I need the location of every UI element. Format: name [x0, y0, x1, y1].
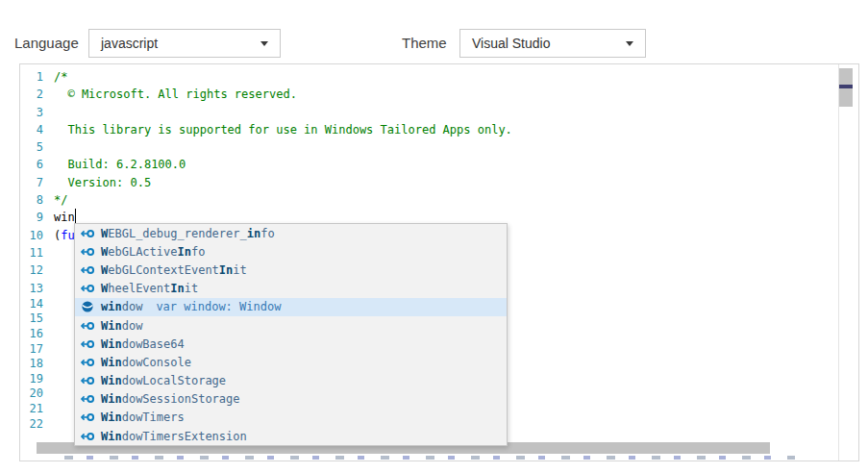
line-number: 16	[20, 327, 43, 342]
code-token: */	[54, 193, 67, 207]
vertical-scrollbar-thumb[interactable]	[839, 68, 853, 107]
line-number: 7	[20, 174, 43, 191]
line-number: 8	[20, 191, 43, 209]
code-line[interactable]: /*	[54, 68, 837, 86]
line-number: 6	[20, 156, 43, 173]
code-token: Build: 6.2.8100.0	[54, 158, 186, 171]
line-number: 18	[20, 357, 43, 372]
suggestion-item[interactable]: WindowConsole	[75, 353, 507, 371]
code-token: fu	[61, 229, 74, 242]
suggestion-label: WindowTimers	[101, 411, 185, 424]
line-number: 13	[20, 280, 43, 297]
suggestion-item[interactable]: WindowTimersExtension	[75, 427, 507, 445]
line-number: 10	[20, 227, 43, 244]
suggestion-label: WindowSessionStorage	[101, 392, 240, 406]
suggestion-item[interactable]: WindowTimers	[75, 409, 507, 427]
suggestion-item[interactable]: WindowSessionStorage	[75, 390, 507, 409]
suggestion-label: WindowBase64	[101, 337, 185, 351]
language-select-value: javascript	[101, 36, 158, 51]
theme-select[interactable]: Visual Studio	[459, 29, 646, 58]
suggestion-item[interactable]: WEBGL_debug_renderer_info	[75, 224, 507, 242]
interface-icon	[80, 226, 95, 241]
line-number: 2	[20, 86, 43, 103]
interface-icon	[80, 281, 95, 296]
suggestion-label: window	[101, 300, 142, 313]
interface-icon	[80, 336, 95, 352]
code-token: win	[54, 211, 75, 224]
chevron-down-icon	[260, 41, 268, 46]
interface-icon	[80, 429, 95, 444]
suggestion-label: WindowTimersExtension	[101, 430, 247, 443]
autocomplete-popup[interactable]: WEBGL_debug_renderer_infoWebGLActiveInfo…	[74, 223, 508, 446]
overview-ruler-cursor-marker	[839, 85, 853, 88]
suggestion-item[interactable]: windowvar window: Window	[75, 298, 507, 316]
line-number: 19	[20, 372, 43, 387]
code-line[interactable]: Build: 6.2.8100.0	[54, 156, 837, 173]
line-number: 22	[20, 417, 43, 433]
code-token: This library is supported for use in Win…	[54, 123, 512, 137]
interface-icon	[80, 373, 95, 388]
line-number: 5	[20, 138, 43, 156]
line-number: 9	[20, 209, 43, 226]
suggestion-detail: var window: Window	[156, 300, 281, 313]
code-line[interactable]: This library is supported for use in Win…	[54, 121, 837, 138]
code-token: Version: 0.5	[54, 176, 151, 189]
line-number: 11	[20, 244, 43, 261]
vertical-scrollbar[interactable]	[838, 64, 858, 461]
suggestion-item[interactable]: WindowBase64	[75, 335, 507, 353]
variable-icon	[80, 299, 95, 314]
text-cursor	[75, 209, 77, 224]
line-number: 4	[20, 121, 43, 138]
suggestion-label: WebGLContextEventInit	[101, 263, 247, 277]
line-number: 15	[20, 311, 43, 327]
suggestion-item[interactable]: WebGLContextEventInit	[75, 261, 507, 279]
code-line[interactable]	[54, 104, 837, 121]
interface-icon	[80, 391, 95, 407]
code-line[interactable]	[54, 138, 837, 156]
line-number-gutter: 12345678910111213141516171819202122	[20, 68, 43, 432]
suggestion-label: WheelEventInit	[101, 282, 198, 295]
interface-icon	[80, 262, 95, 278]
line-number: 14	[20, 297, 43, 312]
line-number: 17	[20, 342, 43, 358]
language-label: Language	[14, 29, 79, 58]
interface-icon	[80, 410, 95, 425]
theme-label: Theme	[402, 29, 447, 58]
code-line[interactable]: Version: 0.5	[54, 174, 837, 191]
suggestion-label: WindowConsole	[101, 356, 191, 369]
code-token: /*	[54, 70, 67, 84]
suggestion-item[interactable]: WindowLocalStorage	[75, 372, 507, 390]
suggestion-label: WEBGL_debug_renderer_info	[101, 227, 275, 240]
language-select[interactable]: javascript	[88, 29, 281, 58]
suggestion-label: WebGLActiveInfo	[101, 245, 205, 259]
interface-icon	[80, 244, 95, 260]
chevron-down-icon	[626, 41, 633, 46]
code-editor[interactable]: 12345678910111213141516171819202122 /* ©…	[19, 63, 859, 461]
suggestion-item[interactable]: WebGLActiveInfo	[75, 242, 507, 261]
code-token: © Microsoft. All rights reserved.	[54, 87, 297, 101]
theme-select-value: Visual Studio	[472, 36, 550, 51]
monaco-playground-page: Language javascript Theme Visual Studio …	[0, 0, 868, 473]
line-number: 20	[20, 386, 43, 402]
suggestion-item[interactable]: WheelEventInit	[75, 280, 507, 298]
suggestion-item[interactable]: Window	[75, 316, 507, 335]
code-line[interactable]: */	[54, 191, 837, 209]
interface-icon	[80, 318, 95, 334]
code-line[interactable]: © Microsoft. All rights reserved.	[54, 86, 837, 103]
line-number: 1	[20, 68, 43, 86]
partially-visible-code-line	[64, 456, 795, 460]
line-number: 12	[20, 261, 43, 279]
code-content[interactable]: /* © Microsoft. All rights reserved. Thi…	[54, 68, 837, 244]
line-number: 21	[20, 402, 43, 417]
interface-icon	[80, 355, 95, 370]
line-number: 3	[20, 104, 43, 121]
suggestion-label: WindowLocalStorage	[101, 374, 226, 387]
suggestion-label: Window	[101, 319, 142, 333]
